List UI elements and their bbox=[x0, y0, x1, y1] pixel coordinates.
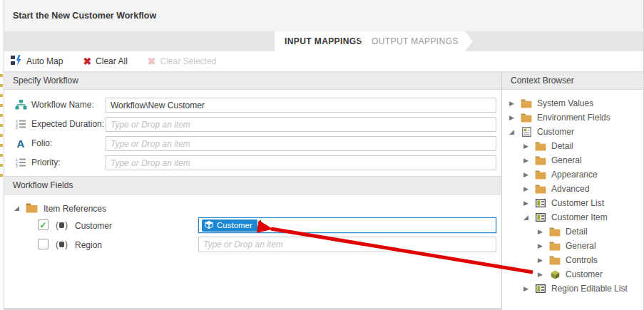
mappings-tab-strip: INPUT MAPPINGS OUTPUT MAPPINGS bbox=[4, 31, 643, 51]
tree-item-controls[interactable]: ▶Controls bbox=[502, 253, 643, 267]
item-reference-icon: () bbox=[56, 239, 68, 249]
clear-selected-button: ✖ Clear Selected bbox=[148, 56, 216, 66]
context-browser-header: Context Browser bbox=[501, 71, 643, 90]
tree-item-label: Customer bbox=[566, 269, 603, 279]
tree-item-label: Region Editable List bbox=[551, 284, 628, 294]
auto-map-button[interactable]: Auto Map bbox=[11, 55, 63, 68]
folio-label: Folio: bbox=[31, 138, 52, 148]
cube-icon bbox=[549, 269, 561, 279]
item-references-label: Item References bbox=[44, 204, 106, 214]
clear-all-button[interactable]: ✖ Clear All bbox=[83, 56, 127, 66]
expand-arrow-icon[interactable]: ▶ bbox=[523, 143, 530, 150]
tree-item-general[interactable]: ▶General bbox=[502, 153, 643, 167]
folder-icon bbox=[535, 155, 546, 165]
workflow-name-row: Workflow Name: bbox=[4, 98, 501, 113]
expand-arrow-icon[interactable]: ▶ bbox=[523, 171, 530, 178]
expand-arrow-icon[interactable]: ▶ bbox=[523, 200, 530, 207]
priority-input[interactable] bbox=[106, 155, 496, 170]
customer-token[interactable]: Customer bbox=[202, 219, 257, 232]
workflow-tree-icon bbox=[13, 98, 29, 111]
context-browser-panel: ▶System Values▶Environment Fields◢Custom… bbox=[501, 90, 643, 310]
text-a-icon: A bbox=[13, 137, 29, 150]
expand-arrow-icon[interactable]: ▶ bbox=[538, 271, 544, 278]
tree-item-customer-item[interactable]: ◢Customer Item bbox=[502, 210, 643, 224]
folder-icon bbox=[549, 255, 561, 265]
text-cursor bbox=[260, 220, 261, 230]
region-checkbox[interactable] bbox=[38, 239, 48, 249]
tree-item-general[interactable]: ▶General bbox=[502, 239, 643, 253]
expand-arrow-icon[interactable]: ▶ bbox=[523, 285, 530, 292]
tree-item-customer[interactable]: ◢Customer bbox=[502, 125, 643, 139]
tree-item-system-values[interactable]: ▶System Values bbox=[502, 96, 643, 110]
tree-item-region-editable-list[interactable]: ▶Region Editable List bbox=[502, 281, 643, 296]
workflow-fields-header: Workflow Fields bbox=[4, 176, 501, 195]
cube-icon bbox=[205, 220, 213, 230]
tree-item-detail[interactable]: ▶Detail bbox=[502, 224, 643, 239]
tree-item-detail[interactable]: ▶Detail bbox=[502, 139, 643, 153]
expected-duration-label: Expected Duration: bbox=[31, 119, 104, 129]
item-reference-icon: () bbox=[56, 220, 68, 230]
expand-arrow-icon[interactable]: ▶ bbox=[523, 185, 530, 192]
svg-text:3: 3 bbox=[16, 164, 18, 167]
expand-arrow-icon[interactable]: ▶ bbox=[538, 242, 544, 249]
tree-item-label: System Values bbox=[537, 98, 593, 108]
workflow-start-dialog: Start the New Customer Workflow INPUT MA… bbox=[0, 0, 644, 310]
customer-token-label: Customer bbox=[217, 221, 252, 229]
auto-map-icon bbox=[11, 55, 22, 68]
folder-icon bbox=[535, 141, 546, 151]
gutter-stripe-pattern bbox=[0, 74, 3, 182]
region-field-label: Region bbox=[75, 240, 102, 250]
tree-item-customer[interactable]: ▶Customer bbox=[502, 267, 643, 281]
folio-input[interactable] bbox=[106, 136, 496, 151]
tree-item-appearance[interactable]: ▶Appearance bbox=[502, 167, 643, 182]
tree-item-label: Environment Fields bbox=[537, 113, 610, 123]
expand-arrow-icon[interactable]: ▶ bbox=[509, 100, 516, 107]
workflow-name-input[interactable] bbox=[106, 98, 496, 113]
collapse-arrow-icon[interactable]: ◢ bbox=[509, 128, 516, 135]
expand-arrow-icon[interactable]: ▶ bbox=[509, 114, 516, 121]
folder-icon bbox=[521, 113, 532, 123]
customer-field-label: Customer bbox=[75, 221, 112, 231]
collapse-arrow-icon[interactable]: ◢ bbox=[523, 214, 530, 221]
expected-duration-row: 1 2 3 Expected Duration: bbox=[4, 117, 501, 132]
tree-item-label: General bbox=[566, 241, 596, 251]
customer-checkbox[interactable]: ✓ bbox=[38, 219, 48, 230]
folder-icon bbox=[535, 184, 546, 194]
expand-arrow-icon[interactable]: ▶ bbox=[538, 228, 544, 235]
tree-item-label: Customer Item bbox=[551, 212, 608, 222]
tree-item-environment-fields[interactable]: ▶Environment Fields bbox=[502, 110, 643, 125]
dialog-title-bar: Start the New Customer Workflow bbox=[4, 0, 643, 31]
form-icon bbox=[521, 127, 532, 137]
expand-arrow-icon[interactable]: ◢ bbox=[14, 205, 19, 212]
expected-duration-input[interactable] bbox=[106, 117, 496, 132]
mappings-toolbar: Auto Map ✖ Clear All ✖ Clear Selected bbox=[4, 51, 643, 71]
tree-item-label: Customer List bbox=[551, 198, 604, 208]
folder-icon bbox=[535, 170, 546, 180]
tree-item-advanced[interactable]: ▶Advanced bbox=[502, 182, 643, 196]
page-title: Start the New Customer Workflow bbox=[13, 11, 156, 21]
tab-output-mappings[interactable]: OUTPUT MAPPINGS bbox=[354, 31, 473, 51]
folio-row: A Folio: bbox=[4, 136, 501, 151]
tree-item-customer-list[interactable]: ▶Customer List bbox=[502, 196, 643, 210]
region-mapping-input[interactable] bbox=[198, 237, 496, 252]
list-view-icon bbox=[535, 284, 546, 294]
list-view-icon bbox=[535, 198, 546, 208]
clear-all-icon: ✖ bbox=[83, 56, 91, 66]
item-references-group[interactable]: ◢ Item References bbox=[4, 202, 501, 216]
numbered-list-icon: 1 2 3 bbox=[13, 118, 29, 130]
folder-icon bbox=[521, 98, 532, 108]
region-field-row: () Region bbox=[4, 237, 501, 252]
tree-item-label: Advanced bbox=[551, 184, 589, 194]
expand-arrow-icon[interactable]: ▶ bbox=[538, 257, 544, 264]
tree-item-label: Controls bbox=[566, 255, 598, 265]
customer-mapping-input[interactable]: Customer bbox=[198, 217, 496, 233]
workflow-name-label: Workflow Name: bbox=[31, 100, 94, 110]
folder-icon bbox=[26, 203, 38, 215]
expand-arrow-icon[interactable]: ▶ bbox=[523, 157, 530, 164]
customer-field-row: ✓ () Customer Customer bbox=[4, 217, 501, 233]
tree-item-label: General bbox=[551, 155, 582, 165]
clear-selected-icon: ✖ bbox=[148, 56, 156, 66]
tree-item-label: Detail bbox=[551, 141, 573, 151]
specify-workflow-header: Specify Workflow bbox=[4, 71, 501, 90]
priority-label: Priority: bbox=[31, 157, 61, 167]
